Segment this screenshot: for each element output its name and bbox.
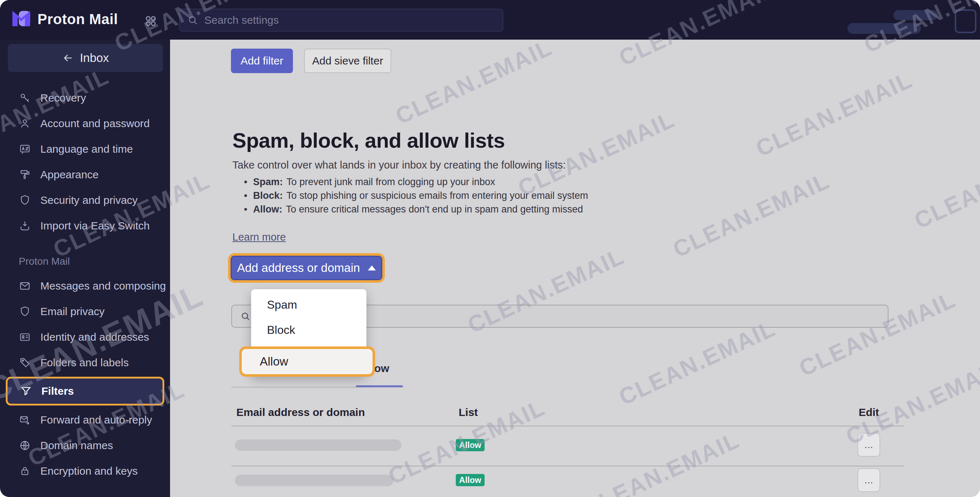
add-sieve-filter-button[interactable]: Add sieve filter (304, 49, 391, 73)
paint-roller-icon (19, 168, 31, 181)
row-edit-button[interactable]: ... (858, 433, 880, 457)
allow-list-table: Email address or domain List Edit Allow … (231, 403, 904, 497)
sidebar-item-label: Encryption and keys (40, 465, 138, 477)
shield-icon (19, 194, 31, 206)
highlight-ring: Allow (239, 346, 375, 377)
search-icon (240, 311, 251, 322)
bullet-spam: Spam: To prevent junk mail from clogging… (244, 175, 588, 189)
active-tab-indicator (356, 385, 403, 387)
list-badge: Allow (456, 474, 485, 486)
brand-name: Proton Mail (37, 11, 118, 27)
add-address-or-domain-button[interactable]: Add address or domain (231, 256, 382, 280)
search-icon (187, 14, 199, 26)
highlight-ring: Add address or domain (228, 253, 385, 283)
settings-sidebar: Inbox Recovery Account and password Lang… (0, 40, 170, 497)
learn-more-link[interactable]: Learn more (232, 231, 286, 243)
sidebar-item-label: Folders and labels (40, 357, 129, 369)
envelope-icon (19, 280, 31, 292)
dropdown-item-allow[interactable]: Allow (242, 349, 372, 374)
sidebar-item-label: Recovery (40, 92, 86, 104)
language-icon (19, 143, 31, 155)
proton-mail-logo-icon (11, 10, 31, 29)
sidebar-item-label: Appearance (40, 168, 99, 181)
chevron-up-icon (368, 265, 376, 270)
redacted-account-text (894, 10, 937, 20)
bullet-label: Allow: (253, 204, 282, 215)
sidebar-item-label: Forward and auto-reply (40, 414, 152, 426)
sidebar-item-label: Language and time (40, 143, 133, 155)
search-settings-input[interactable] (204, 14, 495, 27)
sidebar-item-label: Email privacy (40, 305, 105, 318)
avatar[interactable] (955, 10, 977, 33)
sidebar-item-label: Account and password (40, 118, 150, 130)
import-icon (19, 220, 31, 232)
sidebar-item-folders-and-labels[interactable]: Folders and labels (0, 350, 170, 375)
sidebar-item-label: Domain names (40, 439, 113, 452)
page-title: Spam, block, and allow lists (232, 128, 505, 152)
bullet-block: Block: To stop phishing or suspicious em… (244, 189, 588, 202)
sidebar-item-label: Identity and addresses (40, 331, 149, 343)
bullet-allow: Allow: To ensure critical messages don't… (244, 202, 588, 216)
lock-icon (19, 465, 31, 477)
table-divider (231, 426, 904, 426)
list-badge: Allow (456, 439, 485, 451)
bullet-label: Spam: (253, 176, 283, 187)
bullet-label: Block: (253, 190, 283, 201)
redacted-email-placeholder (235, 439, 401, 451)
sidebar-item-label: Filters (41, 385, 74, 397)
filter-funnel-icon (20, 385, 32, 397)
sidebar-item-import-easy-switch[interactable]: Import via Easy Switch (0, 213, 170, 238)
column-header-list: List (459, 406, 478, 419)
proton-mail-settings-window: Proton Mail Inbox Recovery (0, 0, 980, 497)
brand-logo: Proton Mail (11, 10, 118, 29)
app-switcher-icon[interactable] (141, 11, 160, 30)
dropdown-item-block[interactable]: Block (251, 319, 366, 340)
sidebar-item-security-and-privacy[interactable]: Security and privacy (0, 187, 170, 213)
shield-icon (19, 305, 31, 318)
back-to-inbox-button[interactable]: Inbox (8, 44, 163, 72)
add-address-or-domain-label: Add address or domain (237, 261, 360, 275)
arrow-left-icon (62, 52, 74, 64)
filters-settings-panel: Add filter Add sieve filter Spam, block,… (170, 40, 980, 497)
sidebar-item-recovery[interactable]: Recovery (0, 85, 170, 111)
sidebar-item-label: Messages and composing (40, 280, 166, 292)
sidebar-item-filters[interactable]: Filters (6, 377, 164, 405)
sidebar-item-language-and-time[interactable]: Language and time (0, 136, 170, 162)
user-icon (19, 118, 31, 130)
settings-search-bar (179, 9, 503, 32)
column-header-email: Email address or domain (236, 406, 365, 419)
bullet-text: To prevent junk mail from clogging up yo… (286, 176, 495, 187)
list-type-bullets: Spam: To prevent junk mail from clogging… (244, 175, 588, 216)
sidebar-nav: Recovery Account and password Language a… (0, 85, 170, 484)
envelope-forward-icon (19, 414, 31, 426)
sidebar-section-header: Proton Mail (0, 253, 170, 270)
sidebar-item-email-privacy[interactable]: Email privacy (0, 299, 170, 324)
key-icon (19, 92, 31, 104)
section-intro: Take control over what lands in your inb… (232, 159, 566, 171)
redacted-account-text (847, 23, 921, 34)
add-filter-button[interactable]: Add filter (231, 49, 293, 73)
sidebar-item-appearance[interactable]: Appearance (0, 162, 170, 187)
bullet-text: To ensure critical messages don't end up… (286, 204, 583, 215)
back-to-inbox-label: Inbox (80, 51, 109, 65)
tag-icon (19, 357, 31, 369)
sidebar-item-messages-and-composing[interactable]: Messages and composing (0, 273, 170, 299)
redacted-email-placeholder (235, 475, 393, 486)
table-divider (231, 466, 904, 466)
column-header-edit: Edit (858, 406, 880, 419)
sidebar-item-identity-and-addresses[interactable]: Identity and addresses (0, 324, 170, 350)
sidebar-item-domain-names[interactable]: Domain names (0, 432, 170, 458)
id-card-icon (19, 331, 31, 343)
globe-icon (19, 439, 31, 452)
dropdown-item-spam[interactable]: Spam (251, 294, 366, 315)
sidebar-item-account-and-password[interactable]: Account and password (0, 111, 170, 136)
bullet-text: To stop phishing or suspicious emails fr… (286, 190, 588, 201)
topbar: Proton Mail (0, 0, 980, 40)
sidebar-item-forward-and-auto-reply[interactable]: Forward and auto-reply (0, 407, 170, 432)
row-edit-button[interactable]: ... (858, 468, 880, 492)
sidebar-item-label: Security and privacy (40, 194, 138, 206)
sidebar-item-label: Import via Easy Switch (40, 220, 150, 232)
sidebar-item-encryption-and-keys[interactable]: Encryption and keys (0, 458, 170, 484)
